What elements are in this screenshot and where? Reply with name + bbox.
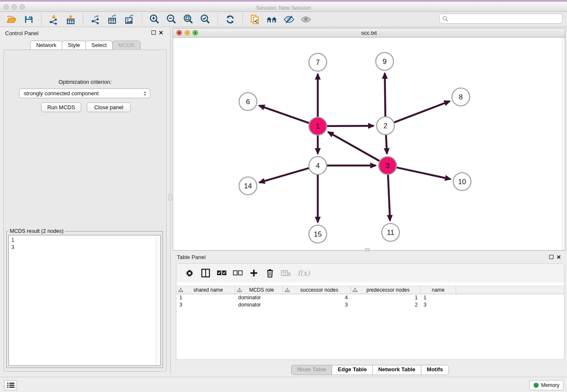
hide-selected-eye-icon[interactable] <box>283 13 295 26</box>
cell-successor-nodes[interactable]: 3 <box>283 301 351 309</box>
cell-name[interactable]: 3 <box>421 301 456 309</box>
close-table-panel-icon[interactable]: ✕ <box>556 254 561 260</box>
cell-mcds-role[interactable]: dominator <box>235 301 283 309</box>
apply-layout-icon[interactable] <box>224 13 237 26</box>
network-view-window: ✕ − + scc.txt 7968124314101511 <box>173 28 565 251</box>
float-table-panel-icon[interactable] <box>549 255 553 259</box>
first-neighbors-icon[interactable] <box>266 13 278 26</box>
tab-motifs[interactable]: Motifs <box>421 365 449 375</box>
main-titlebar[interactable]: Session: New Session <box>0 2 567 12</box>
network-window-titlebar[interactable]: ✕ − + scc.txt <box>173 28 565 38</box>
clone-network-icon[interactable] <box>249 13 261 26</box>
graph-node-label-15: 15 <box>314 230 322 238</box>
graph-edge-3-11[interactable] <box>388 175 390 221</box>
graph-edge-2-9[interactable] <box>385 73 385 116</box>
table-panel: Table Panel ✕ <box>173 251 567 377</box>
unselect-all-columns-icon[interactable] <box>232 267 244 279</box>
cell-successor-nodes[interactable]: 4 <box>283 294 351 301</box>
memory-label: Memory <box>541 382 559 388</box>
column-header-shared-name[interactable]: shared name <box>176 286 235 294</box>
close-panel-button[interactable]: Close panel <box>87 102 131 112</box>
column-header-successor-nodes[interactable]: successor nodes <box>283 286 351 294</box>
run-mcds-button[interactable]: Run MCDS <box>41 102 81 112</box>
memory-button[interactable]: Memory <box>529 380 564 390</box>
export-image-icon[interactable] <box>123 13 136 26</box>
tab-network-table[interactable]: Network Table <box>372 365 421 375</box>
table-row[interactable]: 3 dominator 3 2 3 <box>176 301 564 309</box>
delete-table-icon[interactable] <box>280 267 292 279</box>
save-session-icon[interactable] <box>22 13 35 26</box>
show-columns-icon[interactable] <box>200 267 212 279</box>
network-canvas[interactable]: 7968124314101511 <box>173 38 565 250</box>
import-network-icon[interactable] <box>47 13 60 26</box>
mcds-panel-body: Optimization criterion: strongly connect… <box>3 50 167 372</box>
tab-select[interactable]: Select <box>85 41 113 50</box>
graph-node-label-7: 7 <box>316 58 319 66</box>
function-builder-icon[interactable]: f(x) <box>297 269 310 277</box>
open-session-icon[interactable] <box>6 13 18 26</box>
toolbar-separator <box>41 14 41 25</box>
main-toolbar <box>0 12 567 27</box>
mcds-result-textarea[interactable]: 1 3 <box>8 235 161 366</box>
export-table-icon[interactable] <box>106 13 119 26</box>
search-icon <box>442 16 449 22</box>
column-header-mcds-role[interactable]: MCDS role <box>235 286 283 294</box>
search-box[interactable] <box>439 14 563 24</box>
status-bar: Memory <box>0 377 567 392</box>
table-toolbar: f(x) <box>176 264 564 282</box>
network-graph[interactable]: 7968124314101511 <box>173 38 562 250</box>
delete-column-trash-icon[interactable] <box>264 267 276 279</box>
optimization-criterion-select[interactable]: strongly connected component <box>19 88 150 98</box>
tab-style[interactable]: Style <box>62 41 86 50</box>
close-panel-icon[interactable]: ✕ <box>159 30 163 36</box>
zoom-out-icon[interactable] <box>165 13 178 26</box>
tab-node-table[interactable]: Node Table <box>291 365 332 375</box>
tab-mcds[interactable]: MCDS <box>112 41 140 50</box>
hierarchy-icon <box>352 288 358 293</box>
tab-network[interactable]: Network <box>30 41 62 50</box>
select-all-columns-icon[interactable] <box>216 267 228 279</box>
toolbar-separator <box>142 14 142 25</box>
window-title: Session: New Session <box>0 3 567 13</box>
graph-node-label-3: 3 <box>385 162 389 170</box>
panel-divider-grip[interactable] <box>168 194 172 201</box>
graph-edge-3-10[interactable] <box>397 168 451 179</box>
graph-edge-1-2[interactable] <box>327 126 374 126</box>
search-input[interactable] <box>449 14 562 23</box>
cell-name[interactable]: 1 <box>421 294 456 301</box>
import-table-icon[interactable] <box>64 13 77 26</box>
graph-edge-4-14[interactable] <box>259 168 309 182</box>
result-scrollbar[interactable] <box>156 235 160 365</box>
graph-edge-3-1[interactable] <box>328 132 379 161</box>
memory-status-icon <box>534 383 539 388</box>
zoom-fit-icon[interactable] <box>182 13 195 26</box>
table-settings-gear-icon[interactable] <box>184 267 195 279</box>
graph-edge-1-6[interactable] <box>259 105 309 123</box>
selected-option: strongly connected component <box>24 89 141 98</box>
control-panel-title: Control Panel <box>5 30 39 36</box>
node-table: shared name MCDS role successor nodes pr… <box>176 286 564 309</box>
zoom-in-icon[interactable] <box>148 13 161 26</box>
column-header-predecessor-nodes[interactable]: predecessor nodes <box>351 286 421 294</box>
cell-predecessor-nodes[interactable]: 1 <box>351 294 421 301</box>
create-column-plus-icon[interactable] <box>248 267 260 279</box>
column-header-name[interactable]: name <box>421 286 456 294</box>
cell-mcds-role[interactable]: dominator <box>235 294 283 301</box>
float-panel-icon[interactable] <box>151 30 156 35</box>
show-log-console-button[interactable] <box>4 380 17 390</box>
cell-shared-name[interactable]: 1 <box>176 294 235 301</box>
cell-shared-name[interactable]: 3 <box>176 301 235 309</box>
graph-node-label-11: 11 <box>387 229 394 237</box>
cell-predecessor-nodes[interactable]: 2 <box>351 301 421 309</box>
table-header-row: shared name MCDS role successor nodes pr… <box>176 286 564 294</box>
split-pane-grip[interactable] <box>365 248 370 251</box>
graph-edge-2-8[interactable] <box>394 101 450 122</box>
tab-edge-table[interactable]: Edge Table <box>332 365 372 375</box>
export-network-icon[interactable] <box>89 13 102 26</box>
show-all-eye-icon[interactable] <box>300 13 312 26</box>
network-vertical-scrollbar[interactable] <box>562 38 565 250</box>
table-row[interactable]: 1 dominator 4 1 1 <box>176 294 564 301</box>
graph-edge-2-3[interactable] <box>386 135 387 154</box>
zoom-selected-icon[interactable] <box>199 13 212 26</box>
hierarchy-icon <box>285 288 290 293</box>
